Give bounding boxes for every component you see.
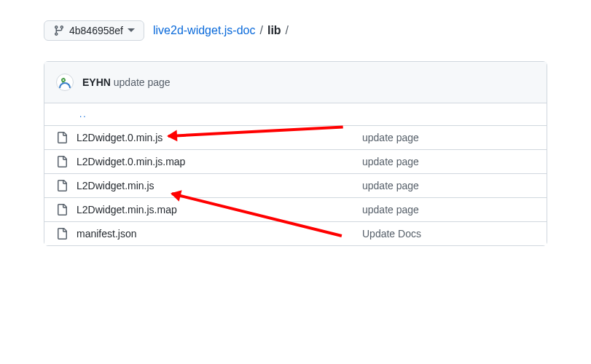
breadcrumb-separator: / [258,24,264,37]
file-commit-msg[interactable]: update page [362,180,419,191]
commit-author[interactable]: EYHN [82,76,111,88]
avatar-image [59,76,71,88]
file-name-link[interactable]: L2Dwidget.0.min.js.map [77,156,185,167]
git-branch-icon [53,25,65,36]
avatar[interactable] [56,74,74,91]
table-row: L2Dwidget.min.jsupdate page [44,174,547,198]
parent-directory-row[interactable]: .. [44,103,547,126]
file-icon [56,180,68,191]
file-icon [56,228,68,240]
file-icon [56,132,68,143]
breadcrumb-separator: / [284,24,290,37]
branch-ref: 4b846958ef [69,25,123,36]
commit-message[interactable]: update page [114,76,171,88]
dropdown-caret-icon [128,27,135,34]
file-list-box: EYHN update page .. L2Dwidget.0.min.jsup… [44,61,547,246]
file-name-link[interactable]: L2Dwidget.min.js.map [77,204,177,215]
file-name-link[interactable]: manifest.json [77,228,136,240]
file-icon [56,204,68,215]
breadcrumb-current: lib [267,24,281,37]
file-name-link[interactable]: L2Dwidget.0.min.js [77,132,163,143]
table-row: manifest.jsonUpdate Docs [44,222,547,245]
table-row: L2Dwidget.min.js.mapupdate page [44,198,547,222]
table-row: L2Dwidget.0.min.jsupdate page [44,126,547,150]
branch-selector[interactable]: 4b846958ef [44,20,144,41]
file-commit-msg[interactable]: update page [362,156,419,167]
file-commit-msg[interactable]: update page [362,204,419,215]
file-icon [56,156,68,167]
file-name-link[interactable]: L2Dwidget.min.js [77,180,154,191]
file-commit-msg[interactable]: Update Docs [362,228,421,240]
breadcrumb: live2d-widget.js-doc / lib / [153,24,290,37]
file-commit-msg[interactable]: update page [362,132,419,143]
breadcrumb-repo[interactable]: live2d-widget.js-doc [153,24,256,37]
parent-directory-link[interactable]: .. [79,109,87,119]
table-row: L2Dwidget.0.min.js.mapupdate page [44,150,547,174]
commit-header: EYHN update page [44,62,547,103]
